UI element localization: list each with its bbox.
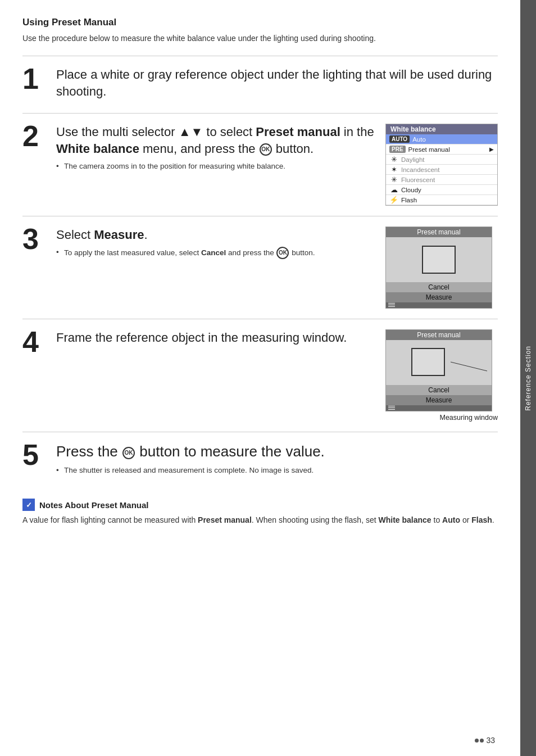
step-4-row: 4 Frame the reference object in the meas… <box>22 319 498 432</box>
pre-badge: PRE <box>389 146 406 153</box>
step-5-title: Press the OK button to measure the value… <box>56 442 498 461</box>
pm-cancel-3: Cancel <box>386 282 492 292</box>
side-tab: Reference Section <box>520 0 536 756</box>
step-1-title: Place a white or gray reference object u… <box>56 66 498 99</box>
notes-section: ✓ Notes About Preset Manual A value for … <box>22 488 498 532</box>
pm-measure-4: Measure <box>386 395 492 405</box>
wb-fluorescent-row: ✳ Fluorescent <box>386 175 497 185</box>
preset-manual-screen-3: Preset manual Cancel Measure <box>385 227 492 309</box>
wb-preset-row: PRE Preset manual ▶ <box>386 144 497 155</box>
step-3-content: Select Measure. To apply the last measur… <box>56 227 375 261</box>
notes-body: A value for flash lighting cannot be mea… <box>22 514 498 526</box>
menu-icon-4 <box>388 406 395 410</box>
measuring-box-3 <box>422 246 456 274</box>
pm-bottom-bar-4 <box>386 405 492 411</box>
daylight-icon: ✳ <box>389 155 398 164</box>
bullet-dot-2 <box>480 739 484 743</box>
svg-line-0 <box>451 362 487 371</box>
step-4-title: Frame the reference object in the measur… <box>56 329 375 346</box>
ok-icon-step3: OK <box>276 247 289 259</box>
page-num-text: 33 <box>486 736 495 745</box>
step-1-content: Place a white or gray reference object u… <box>56 66 498 103</box>
section-intro: Use the procedure below to measure the w… <box>22 33 498 44</box>
measuring-window-pointer <box>386 340 492 391</box>
wb-incandescent-label: Incandescent <box>401 166 494 173</box>
step-2-bullet-1: The camera zooms in to the position for … <box>56 161 375 172</box>
cloudy-icon: ☁ <box>389 185 398 194</box>
step-3-row: 3 Select Measure. To apply the last meas… <box>22 216 498 319</box>
step-2-row: 2 Use the multi selector ▲▼ to select Pr… <box>22 114 498 216</box>
notes-icon: ✓ <box>22 499 35 511</box>
ok-icon-step2: OK <box>260 143 272 156</box>
wb-cloudy-row: ☁ Cloudy <box>386 185 497 195</box>
wb-flash-label: Flash <box>401 197 494 203</box>
bullet-dot <box>475 739 479 743</box>
flash-icon: ⚡ <box>389 196 398 204</box>
step-5-number: 5 <box>22 440 46 469</box>
step-5-row: 5 Press the OK button to measure the val… <box>22 432 498 488</box>
step-2-bullets: The camera zooms in to the position for … <box>56 161 375 172</box>
preset-manual-screen-4: Preset manual Cancel Measure <box>385 329 492 411</box>
step-4-number: 4 <box>22 327 46 356</box>
ok-icon-step5: OK <box>122 447 135 459</box>
notes-title: Notes About Preset Manual <box>39 500 148 510</box>
step-5-content: Press the OK button to measure the value… <box>56 442 498 478</box>
step-3-bullets: To apply the last measured value, select… <box>56 247 375 259</box>
wb-daylight-label: Daylight <box>401 156 494 163</box>
wb-cloudy-label: Cloudy <box>401 187 494 193</box>
preset-arrow: ▶ <box>489 146 494 152</box>
wb-fluorescent-label: Fluorescent <box>401 176 494 183</box>
step-4-content: Frame the reference object in the measur… <box>56 329 375 350</box>
side-tab-label: Reference Section <box>524 346 532 411</box>
pm-header-4: Preset manual <box>386 330 492 340</box>
wb-flash-row: ⚡ Flash <box>386 195 497 205</box>
white-balance-menu: White balance AUTO Auto PRE Preset manua… <box>385 124 498 206</box>
page-number: 33 <box>475 736 495 745</box>
measuring-window-label: Measuring window <box>385 414 498 422</box>
wb-auto-row: AUTO Auto <box>386 134 497 144</box>
wb-incandescent-row: ✶ Incandescent <box>386 165 497 175</box>
pm-body-3 <box>386 237 492 282</box>
step-5-bullets: The shutter is released and measurement … <box>56 465 498 476</box>
step-2-image: White balance AUTO Auto PRE Preset manua… <box>385 124 498 206</box>
step-5-bullet-1: The shutter is released and measurement … <box>56 465 498 476</box>
wb-daylight-row: ✳ Daylight <box>386 155 497 165</box>
step-3-number: 3 <box>22 224 46 253</box>
wb-preset-label: Preset manual <box>408 146 487 153</box>
pm-bottom-bar-3 <box>386 302 492 308</box>
auto-badge: AUTO <box>389 135 410 143</box>
wb-menu-header: White balance <box>386 124 497 134</box>
step-3-title: Select Measure. <box>56 227 375 243</box>
step-2-content: Use the multi selector ▲▼ to select Pres… <box>56 124 375 174</box>
incandescent-icon: ✶ <box>389 165 398 174</box>
pm-body-4 <box>386 340 492 385</box>
step-2-number: 2 <box>22 121 46 151</box>
step-4-image: Preset manual Cancel Measure <box>385 329 498 422</box>
menu-icon-3 <box>388 303 395 307</box>
step-2-title: Use the multi selector ▲▼ to select Pres… <box>56 124 375 157</box>
notes-header: ✓ Notes About Preset Manual <box>22 499 498 511</box>
wb-auto-label: Auto <box>412 136 494 143</box>
step-1-number: 1 <box>22 64 46 93</box>
step-3-bullet-1: To apply the last measured value, select… <box>56 247 375 259</box>
step-3-image: Preset manual Cancel Measure <box>385 227 498 309</box>
page-bullet <box>475 739 484 743</box>
pm-measure-3: Measure <box>386 292 492 302</box>
pm-header-3: Preset manual <box>386 227 492 237</box>
fluorescent-icon: ✳ <box>389 175 398 184</box>
section-title: Using Preset Manual <box>22 17 498 28</box>
step-1-row: 1 Place a white or gray reference object… <box>22 56 498 114</box>
